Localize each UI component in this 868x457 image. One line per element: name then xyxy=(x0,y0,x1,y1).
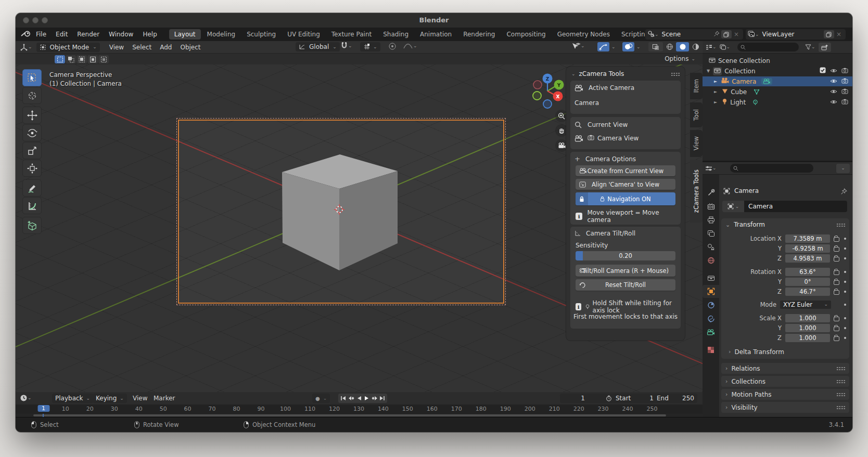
ruler-tick[interactable]: 220 xyxy=(573,406,584,412)
tool-cursor[interactable] xyxy=(22,87,42,104)
scene-selector[interactable]: ⌄ Scene × xyxy=(645,29,743,40)
sidebar-tab-view[interactable]: View xyxy=(690,130,703,157)
outliner-row-camera[interactable]: ► Camera xyxy=(703,76,852,86)
auto-keying-toggle[interactable]: ●⌄ xyxy=(312,394,330,403)
tab-object-data-properties[interactable] xyxy=(703,325,719,338)
ruler-tick[interactable]: 40 xyxy=(135,406,143,412)
camera-name-row[interactable]: Camera xyxy=(575,99,599,107)
tab-tool-properties[interactable] xyxy=(703,186,719,199)
play-reverse-button[interactable] xyxy=(355,395,363,402)
camera-options-header[interactable]: + Camera Options xyxy=(575,155,636,163)
lock-icon[interactable] xyxy=(834,327,839,331)
tool-measure[interactable] xyxy=(22,197,42,214)
disclosure-open-icon[interactable]: ▼ xyxy=(707,69,710,73)
playback-menu[interactable]: Playback⌄ xyxy=(52,394,93,403)
timeline-ruler[interactable]: 1102030405060708090100110120130140150160… xyxy=(16,404,703,414)
ruler-tick[interactable]: 230 xyxy=(598,406,609,412)
ruler-tick[interactable]: 120 xyxy=(329,406,340,412)
tool-select-box[interactable] xyxy=(22,69,42,86)
gizmo-negative-x[interactable] xyxy=(533,81,542,89)
animate-dot[interactable] xyxy=(844,291,846,293)
timeline-scrollbar[interactable] xyxy=(33,414,666,416)
viewport-canvas[interactable]: Camera Perspective (1) Collection | Came… xyxy=(16,64,703,392)
gizmo-negative-z[interactable] xyxy=(543,100,552,108)
current-view-row[interactable]: Current View xyxy=(575,121,628,128)
lock-icon[interactable] xyxy=(834,336,839,341)
light-data-icon[interactable] xyxy=(751,99,760,106)
select-mode-intersect-button[interactable] xyxy=(98,55,109,63)
tab-uv-editing[interactable]: UV Editing xyxy=(282,29,325,40)
hide-viewport-eye-icon[interactable] xyxy=(830,78,837,85)
menu-edit[interactable]: Edit xyxy=(51,31,72,38)
location-x-field[interactable]: 7.3589 m xyxy=(785,234,830,243)
lock-icon[interactable] xyxy=(834,237,839,242)
menu-window[interactable]: Window xyxy=(104,31,138,38)
frame-start-field[interactable]: Start 1 xyxy=(603,394,657,403)
disable-render-camera-icon[interactable] xyxy=(841,68,848,75)
tilt-roll-camera-button[interactable]: Tilt/Roll Camera (R + Mouse) xyxy=(576,265,675,277)
tab-compositing[interactable]: Compositing xyxy=(501,29,551,40)
properties-options-button[interactable]: ⌄ xyxy=(836,164,850,173)
checkbox-icon[interactable] xyxy=(820,67,826,75)
jump-to-end-button[interactable] xyxy=(378,395,386,402)
snap-toggle[interactable]: ⌄ xyxy=(340,42,352,49)
new-scene-button[interactable] xyxy=(721,30,732,38)
tab-output-properties[interactable] xyxy=(703,213,719,226)
breadcrumb-object[interactable]: Camera xyxy=(734,187,759,194)
id-type-button[interactable]: ⌄ xyxy=(722,201,744,212)
transform-orientation-selector[interactable]: Global ⌄ xyxy=(296,42,340,51)
lock-icon[interactable] xyxy=(834,257,839,262)
tab-modeling[interactable]: Modeling xyxy=(202,29,241,40)
delta-transform-panel[interactable]: ›Delta Transform xyxy=(725,347,846,356)
animate-dot[interactable] xyxy=(844,317,846,319)
lock-icon[interactable] xyxy=(834,317,839,321)
ruler-tick[interactable]: 180 xyxy=(476,406,487,412)
shading-solid-button[interactable] xyxy=(676,42,689,51)
panel-header[interactable]: ⌄ zCamera Tools xyxy=(571,70,624,77)
ruler-tick[interactable]: 100 xyxy=(280,406,291,412)
rotation-z-field[interactable]: 46.7° xyxy=(785,288,830,296)
camera-data-icon[interactable] xyxy=(761,78,772,85)
tab-texture-properties[interactable] xyxy=(703,343,719,356)
tab-object-properties[interactable] xyxy=(703,285,719,298)
ruler-tick[interactable]: 60 xyxy=(184,406,192,412)
current-frame-field[interactable]: 1 xyxy=(560,394,606,403)
xray-toggle[interactable] xyxy=(648,42,663,51)
menu-add[interactable]: Add xyxy=(156,44,176,51)
ruler-tick[interactable]: 160 xyxy=(427,406,438,412)
rotation-x-field[interactable]: 63.6° xyxy=(785,268,830,276)
tab-shading[interactable]: Shading xyxy=(378,29,414,40)
active-camera-row[interactable]: Active Camera xyxy=(575,84,634,92)
menu-help[interactable]: Help xyxy=(138,31,161,38)
shading-wireframe-button[interactable] xyxy=(663,42,676,51)
unlink-scene-button[interactable]: × xyxy=(732,31,741,38)
disable-render-camera-icon[interactable] xyxy=(841,78,848,85)
collections-panel[interactable]: ›Collections xyxy=(721,376,849,387)
tab-collection-properties[interactable] xyxy=(703,271,719,284)
align-camera-to-view-button[interactable]: Align 'Camera' to View xyxy=(576,179,675,190)
play-button[interactable] xyxy=(363,395,371,402)
ruler-tick[interactable]: 170 xyxy=(451,406,462,412)
remove-view-layer-button[interactable]: × xyxy=(834,31,844,38)
tool-annotate[interactable] xyxy=(22,179,42,197)
object-name-field[interactable]: Camera xyxy=(744,201,847,212)
new-collection-button[interactable] xyxy=(819,43,831,52)
overlays-toggle[interactable]: ⌄ xyxy=(622,42,641,51)
jump-to-start-button[interactable] xyxy=(339,395,347,402)
ruler-tick[interactable]: 240 xyxy=(622,406,633,412)
hide-viewport-eye-icon[interactable] xyxy=(830,88,837,96)
tab-render-properties[interactable] xyxy=(703,200,719,213)
ruler-tick[interactable]: 200 xyxy=(525,406,535,412)
animate-dot[interactable] xyxy=(844,257,846,259)
menu-render[interactable]: Render xyxy=(72,31,104,38)
pin-icon[interactable] xyxy=(713,31,720,38)
ruler-tick[interactable]: 30 xyxy=(111,406,118,412)
ruler-tick[interactable]: 150 xyxy=(402,406,413,412)
gizmos-toggle[interactable]: ⌄ xyxy=(597,42,616,51)
gizmo-negative-y[interactable] xyxy=(533,92,541,100)
ruler-tick[interactable]: 90 xyxy=(258,406,265,412)
animate-dot[interactable] xyxy=(844,247,846,250)
previous-keyframe-button[interactable] xyxy=(347,395,355,402)
sidebar-tab-zcamera-tools[interactable]: zCamera Tools xyxy=(690,160,703,223)
location-y-field[interactable]: -6.9258 m xyxy=(785,244,830,253)
